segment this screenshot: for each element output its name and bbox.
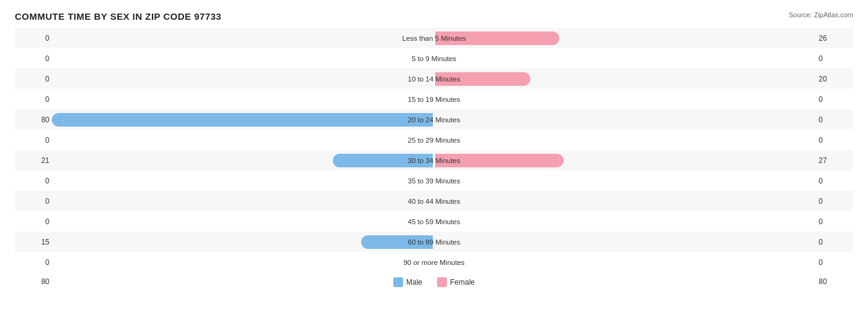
- female-bar-wrap: [434, 215, 816, 229]
- female-legend-box: [437, 277, 447, 287]
- female-value: 0: [816, 258, 853, 267]
- bar-row: 8020 to 24 Minutes0: [15, 109, 853, 130]
- male-value: 0: [15, 34, 52, 43]
- male-bar-wrap: [52, 72, 434, 86]
- female-bar-wrap: [434, 52, 816, 65]
- female-bar-wrap: [434, 235, 816, 249]
- male-value: 15: [15, 238, 52, 246]
- male-value: 0: [15, 136, 52, 145]
- bars-center: 5 to 9 Minutes: [52, 48, 816, 69]
- legend: Male Female: [393, 277, 475, 287]
- female-bar-wrap: [434, 154, 816, 167]
- male-legend-box: [393, 277, 403, 287]
- female-bar: [435, 31, 559, 45]
- bar-row: 025 to 29 Minutes0: [15, 130, 853, 150]
- axis-row: 80 Male Female 80: [15, 275, 853, 288]
- female-value: 0: [816, 238, 853, 246]
- bar-row: 2130 to 34 Minutes27: [15, 150, 853, 170]
- male-legend-label: Male: [406, 278, 422, 287]
- male-bar-wrap: [52, 133, 434, 147]
- bars-center: 25 to 29 Minutes: [52, 130, 816, 150]
- female-bar-wrap: [434, 113, 816, 127]
- male-bar-wrap: [52, 235, 434, 249]
- bar-row: 010 to 14 Minutes20: [15, 69, 853, 89]
- bars-center: 90 or more Minutes: [52, 252, 816, 272]
- female-value: 0: [816, 115, 853, 124]
- female-bar-wrap: [434, 93, 816, 106]
- male-value: 80: [15, 115, 52, 124]
- female-legend-label: Female: [450, 278, 475, 287]
- male-value: 0: [15, 217, 52, 226]
- bars-center: 30 to 34 Minutes: [52, 150, 816, 170]
- male-bar-wrap: [52, 195, 434, 208]
- bars-center: 20 to 24 Minutes: [52, 109, 816, 130]
- male-value: 0: [15, 54, 52, 63]
- chart-container: COMMUTE TIME BY SEX IN ZIP CODE 97733 So…: [0, 0, 868, 323]
- female-bar: [435, 154, 564, 167]
- female-bar-wrap: [434, 174, 816, 188]
- bars-center: 10 to 14 Minutes: [52, 69, 816, 89]
- bar-row: 1560 to 89 Minutes0: [15, 232, 853, 252]
- female-value: 27: [816, 156, 853, 165]
- bar-row: 045 to 59 Minutes0: [15, 211, 853, 232]
- bar-row: 040 to 44 Minutes0: [15, 191, 853, 211]
- female-value: 20: [816, 75, 853, 83]
- bar-row: 035 to 39 Minutes0: [15, 170, 853, 191]
- male-bar-wrap: [52, 31, 434, 45]
- female-bar-wrap: [434, 31, 816, 45]
- female-value: 0: [816, 136, 853, 145]
- female-value: 26: [816, 34, 853, 43]
- legend-male: Male: [393, 277, 422, 287]
- male-bar-wrap: [52, 256, 434, 269]
- bars-center: 40 to 44 Minutes: [52, 191, 816, 211]
- male-bar-wrap: [52, 174, 434, 188]
- axis-right-value: 80: [816, 277, 853, 286]
- source-label: Source: ZipAtlas.com: [788, 11, 853, 19]
- bar-row: 05 to 9 Minutes0: [15, 48, 853, 69]
- male-bar: [52, 113, 433, 127]
- bars-center: 45 to 59 Minutes: [52, 211, 816, 232]
- male-value: 0: [15, 177, 52, 185]
- male-bar-wrap: [52, 52, 434, 65]
- bars-center: 60 to 89 Minutes: [52, 232, 816, 252]
- axis-left-value: 80: [15, 277, 52, 286]
- male-bar: [361, 235, 433, 249]
- male-value: 21: [15, 156, 52, 165]
- female-value: 0: [816, 197, 853, 206]
- female-bar-wrap: [434, 195, 816, 208]
- bars-center: 15 to 19 Minutes: [52, 89, 816, 109]
- male-bar-wrap: [52, 93, 434, 106]
- bar-row: 0Less than 5 Minutes26: [15, 28, 853, 48]
- male-value: 0: [15, 75, 52, 83]
- chart-title: COMMUTE TIME BY SEX IN ZIP CODE 97733: [15, 11, 853, 22]
- male-value: 0: [15, 197, 52, 206]
- male-bar-wrap: [52, 113, 434, 127]
- male-bar-wrap: [52, 154, 434, 167]
- female-value: 0: [816, 177, 853, 185]
- male-bar-wrap: [52, 215, 434, 229]
- female-bar-wrap: [434, 256, 816, 269]
- male-value: 0: [15, 95, 52, 104]
- female-bar-wrap: [434, 133, 816, 147]
- axis-center: Male Female: [52, 276, 816, 287]
- male-value: 0: [15, 258, 52, 267]
- bars-center: Less than 5 Minutes: [52, 28, 816, 48]
- female-bar: [435, 72, 530, 86]
- male-bar: [333, 154, 433, 167]
- female-value: 0: [816, 95, 853, 104]
- bars-center: 35 to 39 Minutes: [52, 170, 816, 191]
- bar-row: 015 to 19 Minutes0: [15, 89, 853, 109]
- chart-area: 0Less than 5 Minutes2605 to 9 Minutes001…: [15, 28, 853, 272]
- legend-female: Female: [437, 277, 475, 287]
- bar-row: 090 or more Minutes0: [15, 252, 853, 272]
- female-value: 0: [816, 217, 853, 226]
- female-bar-wrap: [434, 72, 816, 86]
- female-value: 0: [816, 54, 853, 63]
